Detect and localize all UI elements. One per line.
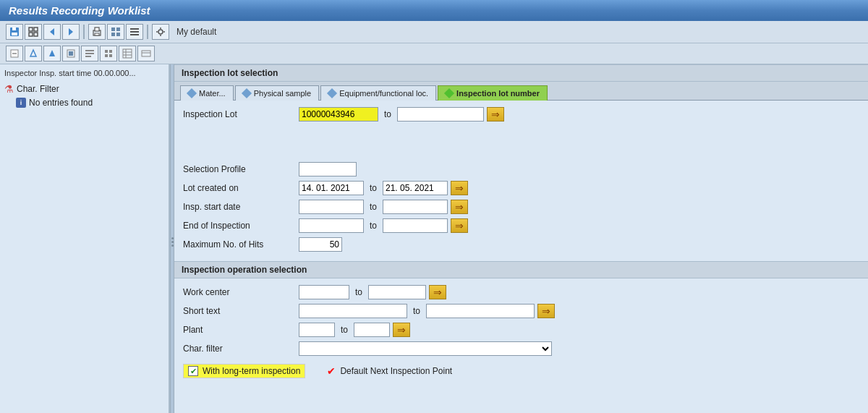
to-label-3: to	[370, 202, 377, 212]
inspection-lot-to-input[interactable]	[397, 107, 484, 122]
to-label-1: to	[384, 109, 391, 119]
svg-rect-5	[29, 33, 33, 36]
inspection-lot-row: Inspection Lot to ⇒	[183, 106, 859, 122]
end-of-inspection-label: End of Inspection	[183, 221, 299, 231]
back-button[interactable]	[43, 24, 61, 40]
svg-rect-11	[95, 33, 99, 35]
tb2-btn4[interactable]	[62, 46, 80, 61]
svg-rect-13	[116, 27, 120, 31]
end-of-insp-pick-button[interactable]: ⇒	[451, 218, 468, 233]
pick-arrow-icon-7: ⇒	[397, 324, 406, 336]
inspection-lot-section-header: Inspection lot selection	[174, 64, 868, 82]
svg-rect-18	[130, 34, 139, 35]
end-of-inspection-to-input[interactable]	[383, 218, 448, 233]
operation-form: Work center to ⇒ Short text to ⇒	[174, 278, 868, 388]
short-text-pick-button[interactable]: ⇒	[537, 304, 555, 318]
lot-created-on-label: Lot created on	[183, 183, 299, 193]
end-of-inspection-row: End of Inspection to ⇒	[183, 218, 859, 234]
pick-arrow-icon: ⇒	[491, 108, 500, 120]
inspection-lot-label: Inspection Lot	[183, 109, 299, 119]
tab-mater-icon	[187, 88, 197, 98]
insp-start-date-to-input[interactable]	[383, 200, 448, 214]
svg-rect-30	[85, 50, 94, 51]
divider-dot3	[171, 244, 174, 247]
toolbar-sep2	[147, 25, 148, 39]
work-center-row: Work center to ⇒	[183, 284, 859, 300]
svg-rect-2	[12, 27, 16, 30]
lot-created-on-row: Lot created on to ⇒	[183, 180, 859, 196]
svg-rect-31	[85, 53, 94, 54]
plant-pick-button[interactable]: ⇒	[393, 323, 410, 337]
svg-rect-14	[111, 33, 115, 36]
tb2-btn1[interactable]	[6, 46, 23, 61]
svg-rect-15	[116, 33, 120, 36]
list-button[interactable]	[126, 24, 143, 40]
max-hits-input[interactable]	[299, 237, 342, 252]
select-all-button[interactable]	[25, 24, 42, 40]
tb2-btn3[interactable]	[43, 46, 61, 61]
plant-input[interactable]	[299, 323, 335, 337]
end-of-inspection-input[interactable]	[299, 218, 364, 233]
lot-created-pick-button[interactable]: ⇒	[451, 181, 468, 195]
svg-rect-3	[29, 27, 33, 31]
save-button[interactable]	[6, 24, 23, 40]
tb2-btn5[interactable]	[81, 46, 98, 61]
work-center-pick-button[interactable]: ⇒	[429, 285, 446, 299]
long-term-checkbox-area: ✔ With long-term inspection	[183, 364, 305, 378]
short-text-label: Short text	[183, 306, 299, 316]
char-filter-select[interactable]	[299, 341, 552, 356]
selection-profile-row: Selection Profile	[183, 161, 859, 177]
settings-button[interactable]	[152, 24, 169, 40]
main-toolbar: My default	[0, 21, 868, 43]
tb2-btn2[interactable]	[25, 46, 42, 61]
tabs-bar: Mater... Physical sample Equipment/funct…	[174, 82, 868, 101]
short-text-input[interactable]	[299, 304, 407, 318]
tab-equipment-icon	[327, 88, 337, 98]
inspection-lot-input[interactable]	[299, 107, 378, 122]
tb2-btn7[interactable]	[119, 46, 136, 61]
short-text-to-input[interactable]	[426, 304, 535, 318]
tb2-btn6[interactable]	[100, 46, 117, 61]
tab-equipment[interactable]: Equipment/functional loc.	[320, 85, 436, 101]
bottom-row: ✔ With long-term inspection ✔ Default Ne…	[183, 359, 859, 383]
tree-item-char-filter[interactable]: ⚗ Char. Filter	[4, 82, 164, 96]
plant-to-input[interactable]	[354, 323, 390, 337]
tab-physical[interactable]: Physical sample	[235, 85, 319, 101]
tab-inspection[interactable]: Inspection lot number	[438, 85, 548, 101]
work-center-label: Work center	[183, 287, 299, 297]
print-button[interactable]	[88, 24, 106, 40]
svg-rect-1	[12, 33, 17, 35]
work-center-input[interactable]	[299, 285, 349, 299]
inspection-lot-pick-button[interactable]: ⇒	[487, 107, 504, 122]
toolbar-sep1	[83, 25, 85, 39]
default-next-mark: ✔	[327, 365, 336, 377]
selection-profile-input[interactable]	[299, 162, 357, 176]
pick-arrow-icon-3: ⇒	[455, 201, 464, 213]
pick-arrow-icon-4: ⇒	[455, 220, 464, 231]
char-filter-label: Char. Filter	[17, 84, 59, 94]
svg-rect-41	[142, 51, 150, 56]
insp-start-date-input[interactable]	[299, 200, 364, 214]
inspection-form: Inspection Lot to ⇒ Selection Profile Lo…	[174, 101, 868, 261]
long-term-checkbox[interactable]: ✔	[188, 366, 198, 376]
tab-mater[interactable]: Mater...	[180, 85, 234, 101]
svg-rect-12	[111, 27, 115, 31]
left-panel: Inspector Insp. start time 00.00.000... …	[0, 64, 170, 413]
lot-created-on-input[interactable]	[299, 181, 364, 195]
svg-rect-10	[95, 27, 99, 31]
lot-created-on-to-input[interactable]	[383, 181, 448, 195]
divider-dot1	[171, 237, 174, 239]
svg-rect-33	[105, 50, 108, 53]
work-center-to-input[interactable]	[368, 285, 426, 299]
tb2-btn8[interactable]	[137, 46, 155, 61]
insp-start-pick-button[interactable]: ⇒	[451, 200, 468, 214]
svg-rect-4	[34, 27, 38, 31]
left-panel-title: Inspector Insp. start time 00.00.000...	[4, 69, 164, 77]
grid-button[interactable]	[107, 24, 124, 40]
to-label-5: to	[355, 287, 362, 297]
default-next-label: Default Next Inspection Point	[340, 366, 452, 376]
char-filter-row: Char. filter	[183, 341, 859, 357]
tab-physical-icon	[242, 88, 252, 98]
tree-item-no-entries: i No entries found	[16, 96, 164, 109]
forward-button[interactable]	[62, 24, 80, 40]
